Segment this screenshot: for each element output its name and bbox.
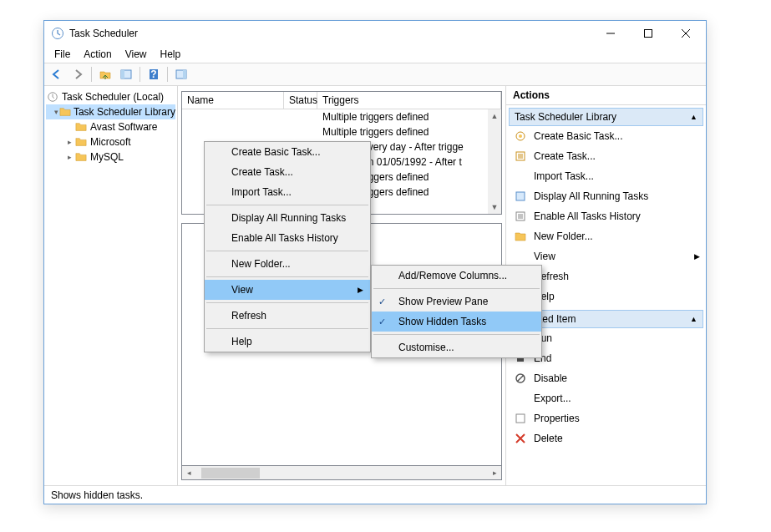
task-icon	[514, 149, 527, 163]
chevron-right-icon[interactable]: ▸	[64, 138, 74, 146]
actions-title: Actions	[506, 86, 706, 105]
menu-file[interactable]: File	[49, 47, 75, 62]
action-export[interactable]: Export...	[509, 388, 703, 408]
svg-rect-18	[516, 414, 525, 423]
section-library[interactable]: Task Scheduler Library▲	[509, 108, 703, 126]
action-create-task[interactable]: Create Task...	[509, 146, 703, 166]
tree-item-label: Microsoft	[90, 136, 131, 148]
ctx-import-task[interactable]: Import Task...	[205, 182, 370, 202]
window-title: Task Scheduler	[69, 28, 591, 39]
ctx-create-basic-task[interactable]: Create Basic Task...	[205, 142, 370, 162]
horizontal-scrollbar[interactable]: ◂ ▸	[181, 466, 502, 480]
folder-icon	[59, 105, 71, 119]
action-new-folder[interactable]: New Folder...	[509, 226, 703, 246]
tree-item-microsoft[interactable]: ▸ Microsoft	[46, 134, 175, 149]
toolbar: ?	[44, 63, 706, 86]
ctx-help[interactable]: Help	[205, 332, 370, 352]
chevron-right-icon[interactable]: ▸	[64, 153, 74, 161]
ctx-enable-history[interactable]: Enable All Tasks History	[205, 228, 370, 248]
menu-help[interactable]: Help	[155, 47, 186, 62]
up-button[interactable]	[96, 65, 114, 84]
check-icon: ✓	[378, 296, 386, 307]
folder-icon	[74, 135, 88, 149]
context-menu: Create Basic Task... Create Task... Impo…	[204, 141, 371, 352]
svg-point-10	[519, 134, 522, 138]
list-row: Multiple triggers defined	[182, 109, 488, 124]
ctx-add-remove-cols[interactable]: Add/Remove Columns...	[372, 266, 541, 286]
svg-text:?: ?	[150, 68, 156, 80]
action-view[interactable]: View▶	[509, 246, 703, 266]
action-enable-history[interactable]: Enable All Tasks History	[509, 206, 703, 226]
menu-action[interactable]: Action	[79, 47, 116, 62]
collapse-icon: ▲	[690, 113, 697, 121]
ctx-show-hidden[interactable]: ✓Show Hidden Tasks	[372, 312, 541, 332]
folder-icon	[514, 230, 527, 243]
show-hide-tree-button[interactable]	[117, 65, 135, 84]
svg-rect-1	[644, 30, 652, 38]
svg-rect-7	[183, 70, 186, 79]
maximize-button[interactable]	[629, 22, 667, 45]
help-button[interactable]: ?	[145, 65, 163, 84]
scroll-down-icon: ▼	[488, 200, 501, 214]
ctx-refresh[interactable]: Refresh	[205, 306, 370, 326]
col-status[interactable]: Status	[284, 92, 317, 109]
wizard-icon	[514, 129, 527, 143]
clock-icon	[46, 90, 59, 104]
ctx-show-preview[interactable]: ✓Show Preview Pane	[372, 291, 541, 312]
check-icon: ✓	[378, 317, 386, 327]
forward-button[interactable]	[68, 65, 87, 84]
action-delete[interactable]: Delete	[509, 428, 703, 448]
col-name[interactable]: Name	[182, 92, 284, 109]
delete-icon	[514, 432, 527, 445]
ctx-customise[interactable]: Customise...	[372, 337, 541, 357]
tree-item-library[interactable]: ▾ Task Scheduler Library	[46, 104, 175, 119]
svg-rect-12	[516, 192, 525, 200]
ctx-create-task[interactable]: Create Task...	[205, 162, 370, 182]
tree-item-avast[interactable]: Avast Software	[46, 119, 175, 134]
menu-view[interactable]: View	[120, 47, 152, 62]
scroll-right-icon: ▸	[488, 466, 501, 479]
list-icon	[514, 190, 527, 203]
folder-icon	[74, 120, 88, 134]
minimize-button[interactable]	[591, 22, 629, 45]
tree-root[interactable]: Task Scheduler (Local)	[46, 89, 175, 104]
action-import-task[interactable]: Import Task...	[509, 166, 703, 186]
ctx-new-folder[interactable]: New Folder...	[205, 254, 370, 274]
vertical-scrollbar[interactable]: ▲ ▼	[488, 109, 501, 214]
status-text: Shows hidden tasks.	[51, 489, 143, 501]
action-properties[interactable]: Properties	[509, 408, 703, 428]
chevron-right-icon: ▶	[358, 286, 363, 294]
task-scheduler-window: Task Scheduler File Action View Help ? T…	[43, 20, 707, 504]
tree-pane: Task Scheduler (Local) ▾ Task Scheduler …	[44, 86, 178, 485]
ctx-view[interactable]: View▶	[205, 280, 370, 300]
action-disable[interactable]: Disable	[509, 368, 703, 388]
collapse-icon: ▲	[690, 315, 697, 323]
disable-icon	[514, 372, 527, 385]
show-hide-action-button[interactable]	[172, 65, 190, 84]
action-create-basic-task[interactable]: Create Basic Task...	[509, 126, 703, 146]
svg-rect-3	[121, 70, 124, 79]
close-button[interactable]	[667, 22, 704, 45]
tree-item-label: Avast Software	[90, 121, 157, 133]
tree-item-label: MySQL	[90, 151, 124, 163]
list-row: Multiple triggers defined	[182, 124, 488, 139]
folder-icon	[74, 150, 88, 164]
action-display-running[interactable]: Display All Running Tasks	[509, 186, 703, 206]
ctx-display-running[interactable]: Display All Running Tasks	[205, 208, 370, 228]
app-icon	[51, 27, 64, 40]
properties-icon	[514, 412, 527, 425]
col-triggers[interactable]: Triggers	[317, 92, 501, 109]
menubar: File Action View Help	[44, 46, 706, 63]
chevron-right-icon: ▶	[694, 252, 700, 261]
back-button[interactable]	[48, 65, 66, 84]
context-submenu-view: Add/Remove Columns... ✓Show Preview Pane…	[371, 265, 542, 358]
status-bar: Shows hidden tasks.	[44, 485, 706, 504]
list-header[interactable]: Name Status Triggers	[182, 92, 501, 109]
scroll-up-icon: ▲	[488, 109, 501, 123]
tree-root-label: Task Scheduler (Local)	[62, 91, 164, 103]
tree-item-mysql[interactable]: ▸ MySQL	[46, 149, 175, 165]
scroll-left-icon: ◂	[182, 466, 195, 479]
history-icon	[514, 210, 527, 223]
tree-item-label: Task Scheduler Library	[74, 106, 175, 118]
titlebar[interactable]: Task Scheduler	[44, 21, 706, 46]
